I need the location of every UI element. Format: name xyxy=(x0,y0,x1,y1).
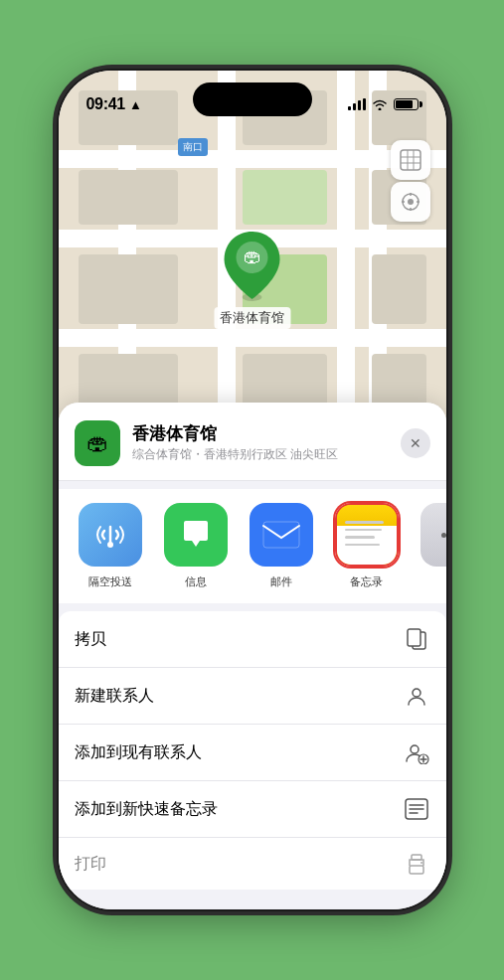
svg-text:🏟: 🏟 xyxy=(244,246,261,266)
share-action-airdrop[interactable]: 隔空投送 xyxy=(75,503,146,589)
svg-rect-24 xyxy=(410,866,423,874)
add-notes-icon xyxy=(403,795,430,823)
more-icon xyxy=(420,503,446,567)
svg-rect-3 xyxy=(401,150,420,170)
messages-icon xyxy=(164,503,228,567)
share-actions-row: 隔空投送 信息 xyxy=(59,489,446,603)
dynamic-island xyxy=(193,82,312,116)
status-time: 09:41 xyxy=(86,95,125,113)
add-contact-label: 添加到现有联系人 xyxy=(75,742,202,763)
notes-label: 备忘录 xyxy=(350,574,383,589)
menu-item-new-contact[interactable]: 新建联系人 xyxy=(59,668,446,725)
messages-label: 信息 xyxy=(185,574,207,589)
location-button[interactable] xyxy=(391,182,430,222)
signal-bars xyxy=(348,98,366,110)
copy-label: 拷贝 xyxy=(75,629,106,650)
airdrop-label: 隔空投送 xyxy=(88,574,132,589)
map-label: 南口 xyxy=(178,138,208,156)
svg-point-5 xyxy=(408,199,414,205)
share-action-messages[interactable]: 信息 xyxy=(160,503,232,589)
menu-item-copy[interactable]: 拷贝 xyxy=(59,611,446,668)
mail-label: 邮件 xyxy=(270,574,292,589)
menu-item-add-notes[interactable]: 添加到新快速备忘录 xyxy=(59,781,446,838)
menu-items-list: 拷贝 新建联系人 添加到现有联系人 xyxy=(59,611,446,890)
add-notes-label: 添加到新快速备忘录 xyxy=(75,799,218,820)
copy-icon xyxy=(403,625,430,653)
menu-item-print[interactable]: 打印 xyxy=(59,838,446,890)
phone-frame: 09:41 ▲ xyxy=(59,71,446,909)
wifi-icon xyxy=(372,98,388,110)
place-icon: 🏟 xyxy=(75,420,120,466)
place-info: 香港体育馆 综合体育馆・香港特别行政区 油尖旺区 xyxy=(132,424,389,463)
bottom-sheet: 🏟 香港体育馆 综合体育馆・香港特别行政区 油尖旺区 ✕ xyxy=(59,403,446,909)
svg-point-10 xyxy=(107,542,113,548)
map-controls xyxy=(391,140,430,222)
svg-point-16 xyxy=(411,745,419,753)
svg-point-26 xyxy=(420,862,422,864)
mail-icon xyxy=(250,503,313,567)
map-type-button[interactable] xyxy=(391,140,430,180)
menu-item-add-contact[interactable]: 添加到现有联系人 xyxy=(59,725,446,781)
new-contact-icon xyxy=(403,682,430,710)
location-marker: 🏟 香港体育馆 xyxy=(214,230,290,329)
share-action-more[interactable]: 推 xyxy=(417,503,446,589)
notes-icon xyxy=(335,503,399,567)
marker-label: 香港体育馆 xyxy=(214,307,290,329)
share-action-notes[interactable]: 备忘录 xyxy=(331,503,403,589)
location-arrow-icon: ▲ xyxy=(129,97,142,112)
place-header: 🏟 香港体育馆 综合体育馆・香港特别行政区 油尖旺区 ✕ xyxy=(59,403,446,481)
place-subtitle: 综合体育馆・香港特别行政区 油尖旺区 xyxy=(132,447,389,463)
add-contact-icon xyxy=(403,738,430,766)
new-contact-label: 新建联系人 xyxy=(75,686,154,707)
airdrop-icon xyxy=(79,503,142,567)
close-button[interactable]: ✕ xyxy=(401,428,430,458)
svg-rect-25 xyxy=(412,855,421,860)
svg-point-15 xyxy=(413,689,420,697)
svg-rect-14 xyxy=(408,629,420,646)
place-name: 香港体育馆 xyxy=(132,424,389,444)
svg-rect-11 xyxy=(263,522,299,548)
print-label: 打印 xyxy=(75,854,106,875)
print-icon xyxy=(403,850,430,878)
share-action-mail[interactable]: 邮件 xyxy=(246,503,317,589)
status-icons xyxy=(348,98,419,110)
battery-icon xyxy=(394,98,419,110)
